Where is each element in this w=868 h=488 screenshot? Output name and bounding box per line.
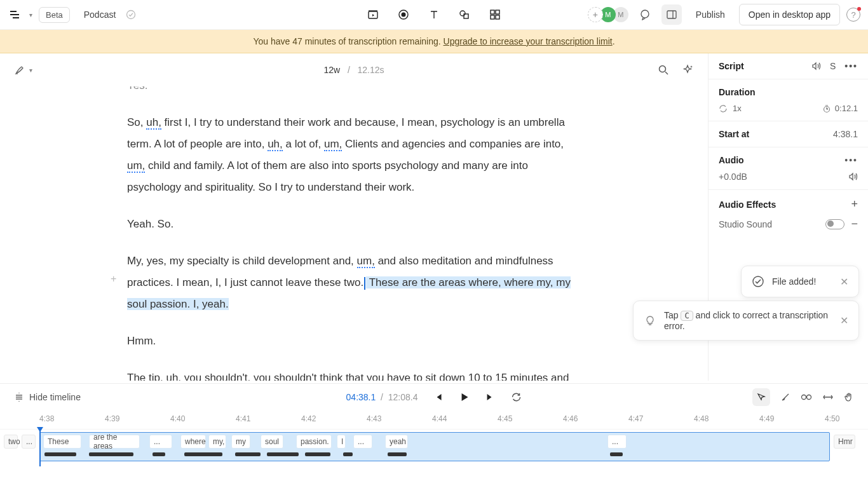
open-desktop-button[interactable]: Open in desktop app (739, 4, 840, 25)
svg-rect-0 (10, 11, 17, 12)
ai-sparkle-icon[interactable] (681, 64, 694, 76)
studio-sound-toggle[interactable] (825, 219, 844, 229)
speaker-icon[interactable] (811, 61, 821, 71)
svg-rect-2 (13, 17, 19, 18)
timeline-word[interactable]: I (337, 435, 346, 449)
transcript-line: The tip, uh, you shouldn't, you shouldn'… (127, 367, 581, 381)
total-time: 12:08.4 (388, 392, 418, 402)
loop-icon[interactable] (719, 104, 728, 113)
timeline-word[interactable]: yeah (385, 435, 408, 449)
search-icon[interactable] (657, 64, 670, 76)
svg-point-21 (807, 395, 811, 400)
text-insert-icon[interactable] (428, 8, 440, 21)
close-icon[interactable]: ✕ (840, 315, 848, 327)
text-cursor (364, 277, 365, 290)
timeline-panel: Hide timeline 04:38.1 / 12:08.4 4:384:39… (0, 383, 868, 488)
svg-point-6 (402, 13, 406, 17)
filler-word: uh, (268, 138, 283, 151)
timeline-word[interactable]: two (4, 435, 18, 449)
shapes-icon[interactable] (458, 8, 471, 21)
video-insert-icon[interactable] (367, 8, 379, 21)
record-icon[interactable] (397, 8, 410, 21)
upgrade-link[interactable]: Upgrade to increase your transcription l… (444, 36, 613, 46)
svg-line-17 (665, 72, 668, 74)
svg-rect-14 (667, 11, 676, 18)
transcript-line: Hmm. (127, 330, 581, 352)
breadcrumb-project[interactable]: Podcast (84, 10, 116, 20)
skip-forward-icon[interactable] (485, 392, 495, 402)
ruler-tick: 4:48 (694, 414, 709, 423)
more-icon[interactable]: ••• (844, 61, 858, 71)
more-icon[interactable]: ••• (844, 155, 858, 165)
ruler-tick: 4:49 (759, 414, 774, 423)
audio-section: Audio••• +0.0dB (709, 147, 868, 189)
transcript-line: Yes. (127, 86, 581, 97)
banner-text: You have 47 minutes of transcription rem… (253, 36, 443, 46)
timeline-word[interactable]: ... (607, 435, 627, 449)
collaborator-avatars[interactable]: + M M (588, 7, 628, 22)
hide-timeline-button[interactable]: Hide timeline (14, 392, 81, 402)
duration-section: Duration 1x 0:12.1 (709, 79, 868, 121)
waveform (0, 450, 868, 459)
tip-toast: Tap C and click to correct a transcripti… (633, 301, 859, 341)
timeline-word[interactable]: where (180, 435, 206, 449)
comments-icon[interactable] (635, 4, 655, 25)
fit-tool-icon[interactable] (822, 392, 834, 402)
add-effect-icon[interactable]: + (851, 198, 858, 211)
auto-tool-icon[interactable] (801, 392, 812, 402)
timeline-track[interactable]: two...Theseare the areas...wheremy,mysou… (0, 430, 868, 466)
skip-back-icon[interactable] (433, 392, 443, 402)
filler-word: uh, (146, 116, 161, 130)
volume-icon[interactable] (848, 172, 858, 182)
remove-effect-icon[interactable]: − (851, 217, 858, 231)
ruler-tick: 4:44 (432, 414, 447, 423)
timeline-word[interactable]: passion. (296, 435, 332, 449)
blade-tool-icon[interactable] (780, 392, 790, 402)
ruler-tick: 4:45 (498, 414, 512, 423)
playhead[interactable] (39, 430, 41, 466)
time-ruler[interactable]: 4:384:394:404:414:424:434:444:454:464:47… (0, 410, 868, 430)
filler-word: um, (324, 138, 342, 151)
speaker-letter[interactable]: S (830, 61, 836, 71)
filler-word: um, (127, 159, 145, 173)
pointer-tool-icon[interactable] (752, 388, 770, 406)
templates-icon[interactable] (489, 8, 501, 21)
timeline-word[interactable]: ... (22, 435, 36, 449)
add-collaborator-icon[interactable]: + (588, 7, 603, 22)
transcript-body[interactable]: + Yes. So, uh, first I, I try to underst… (0, 86, 708, 381)
audio-effects-section: Audio Effects+ Studio Sound− (709, 189, 868, 238)
panel-toggle-icon[interactable] (661, 4, 682, 25)
filler-word: um, (357, 255, 375, 268)
timeline-word[interactable]: soul (261, 435, 283, 449)
topbar-left: ▾ Beta Podcast (8, 7, 136, 23)
timeline-word[interactable]: my, (208, 435, 226, 449)
transcription-limit-banner: You have 47 minutes of transcription rem… (0, 30, 868, 53)
timeline-word[interactable]: my (231, 435, 250, 449)
chevron-down-icon[interactable]: ▾ (29, 11, 32, 18)
insert-tools (367, 8, 501, 21)
timeline-word[interactable]: These (43, 435, 81, 449)
write-mode-icon[interactable]: ▾ (14, 64, 32, 76)
insert-block-icon[interactable]: + (111, 269, 116, 289)
hand-tool-icon[interactable] (844, 392, 854, 402)
publish-button[interactable]: Publish (688, 6, 733, 24)
svg-rect-9 (491, 10, 494, 14)
svg-point-20 (802, 395, 806, 400)
play-icon[interactable] (458, 391, 470, 403)
close-icon[interactable]: ✕ (840, 276, 848, 288)
start-at-row[interactable]: Start at 4:38.1 (709, 121, 868, 147)
svg-rect-12 (496, 15, 499, 19)
timeline-word[interactable]: ... (149, 435, 172, 449)
app-logo-icon[interactable] (8, 8, 22, 22)
help-icon[interactable]: ? (846, 8, 860, 22)
timeline-word[interactable]: are the areas (89, 435, 140, 449)
sync-check-icon (126, 10, 136, 20)
loop-playback-icon[interactable] (510, 391, 522, 403)
ruler-tick: 4:39 (105, 414, 119, 423)
ruler-tick: 4:50 (825, 414, 839, 423)
beta-badge: Beta (39, 7, 70, 23)
timeline-word[interactable]: Hmr (834, 435, 855, 449)
timeline-word[interactable]: ... (353, 435, 372, 449)
svg-rect-1 (10, 14, 19, 15)
transcript-line: Yeah. So. (127, 214, 581, 235)
